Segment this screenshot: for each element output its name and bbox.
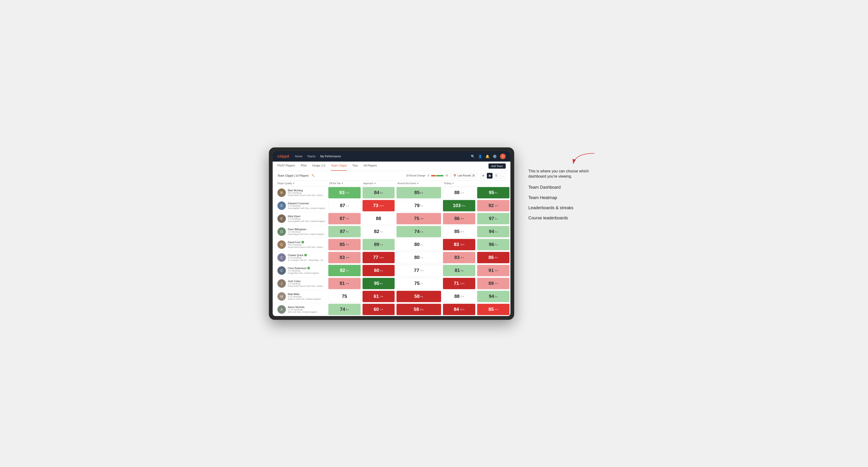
- score-cell: 103 15▲: [443, 200, 475, 211]
- add-team-button[interactable]: Add Team: [489, 163, 506, 168]
- player-avatar[interactable]: E: [277, 214, 286, 223]
- player-quality-sort[interactable]: ▼: [293, 182, 294, 184]
- verified-icon: ✓: [304, 254, 307, 256]
- nav-link-teams[interactable]: Teams: [307, 154, 315, 159]
- score-cell: 79 9▲: [397, 200, 441, 211]
- putting-sort[interactable]: ▼: [452, 182, 454, 184]
- last-rounds-label: Last Rounds: 20: [458, 174, 475, 177]
- score-cell: 95 9▲: [477, 187, 509, 198]
- player-name[interactable]: Chris Robertson: [288, 267, 306, 270]
- bell-icon[interactable]: 🔔: [486, 154, 489, 158]
- player-info: M Matt Miller 6-10 Handicap Woburn Golf …: [277, 292, 326, 301]
- col-header-off-tee: Off the Tee ▼: [328, 181, 362, 186]
- sub-nav-team-clippd[interactable]: Team Clippd: [331, 161, 347, 171]
- page-wrapper: clippd Home Teams My Performance 🔍 👤 🔔 ⚙…: [269, 148, 599, 320]
- player-info: C Chris Robertson ✓ 1-5 Handicap Craigmi…: [277, 266, 326, 275]
- sub-nav-hcaps[interactable]: Hcaps 1-5: [312, 161, 325, 171]
- search-icon[interactable]: 🔍: [471, 154, 475, 158]
- player-quality-label[interactable]: Player Quality: [277, 182, 292, 185]
- player-details: Dave Billingham 1-5 Handicap Gog Magog G…: [288, 228, 324, 236]
- nav-link-home[interactable]: Home: [295, 154, 302, 159]
- player-avatar[interactable]: E: [277, 201, 286, 210]
- player-name[interactable]: Charlie Quick: [288, 254, 303, 257]
- data-table: Player Quality ▼ Off the Tee ▼: [273, 181, 510, 316]
- player-details: Elliot Ebert 1-5 Handicap Sunningdale Go…: [288, 215, 325, 222]
- player-name[interactable]: Josh Coles: [288, 280, 301, 283]
- download-icon[interactable]: ↓: [500, 173, 506, 179]
- round-change-label: 20 Round Change: [406, 174, 425, 177]
- team-header: Team Clippd | 14 Players ✏️ 20 Round Cha…: [273, 171, 510, 181]
- player-handicap: Plus Handicap: [288, 244, 326, 246]
- score-cell: 83 -10▼: [443, 239, 475, 250]
- col-header-around-green: Around the Green ▼: [396, 181, 442, 186]
- annotation-arrow: [528, 152, 599, 166]
- score-cell: 91 -3▼: [477, 265, 509, 276]
- player-name[interactable]: David Ford: [288, 241, 301, 244]
- user-icon[interactable]: 👤: [478, 154, 482, 158]
- table-row: D Dave Billingham 1-5 Handicap Gog Magog…: [273, 225, 510, 238]
- player-avatar[interactable]: D: [277, 240, 286, 249]
- last-rounds-button[interactable]: 📅 Last Rounds: 20: [451, 173, 477, 178]
- score-cell: 60 -1▼: [363, 304, 395, 315]
- player-handicap: 1-5 Handicap: [288, 231, 324, 233]
- player-club: Sunningdale Golf Club, United Kingdom: [288, 207, 325, 210]
- table-row: A Aaron Nicholls 11-15 Handicap Drift Go…: [273, 303, 510, 316]
- calendar-icon: 📅: [453, 174, 456, 177]
- settings-icon[interactable]: ⚙️: [493, 154, 497, 158]
- player-details: David Ford ✓ Plus Handicap Royal North D…: [288, 241, 326, 248]
- approach-sort[interactable]: ▼: [374, 182, 376, 184]
- player-handicap: 1-5 Handicap: [288, 270, 319, 272]
- player-avatar[interactable]: C: [277, 266, 286, 275]
- around-green-sort[interactable]: ▼: [417, 182, 419, 184]
- sub-nav-tour[interactable]: Tour: [352, 161, 358, 171]
- score-cell: 97 5▲: [477, 213, 509, 224]
- verified-icon: ✓: [307, 267, 310, 269]
- player-avatar[interactable]: M: [277, 292, 286, 301]
- player-name[interactable]: Matt Miller: [288, 293, 300, 295]
- score-cell: 81 4▲: [443, 265, 475, 276]
- player-club: Craigmillar Park, United Kingdom: [288, 272, 319, 274]
- player-avatar[interactable]: B: [277, 188, 286, 197]
- score-cell: 61 -3▼: [363, 291, 395, 302]
- score-cell: 94 3▲: [477, 291, 509, 302]
- score-cell: 58 10▲: [397, 304, 441, 315]
- player-details: Aaron Nicholls 11-15 Handicap Drift Golf…: [288, 306, 317, 313]
- player-details: Edward Crossman 1-5 Handicap Sunningdale…: [288, 202, 325, 210]
- player-name[interactable]: Blair McHarg: [288, 189, 303, 192]
- player-club: Gog Magog Golf Club, United Kingdom: [288, 233, 324, 236]
- view-icons: ⊞ ▦ ☰ ↓: [480, 173, 506, 179]
- edit-icon[interactable]: ✏️: [312, 174, 315, 177]
- sub-nav-pga[interactable]: PGA: [301, 161, 307, 171]
- arrow-svg: [571, 152, 599, 166]
- player-name[interactable]: Edward Crossman: [288, 202, 309, 205]
- nav-links: Home Teams My Performance: [295, 154, 465, 159]
- score-cell: 92 -3▼: [477, 200, 509, 211]
- user-avatar[interactable]: U: [500, 154, 506, 159]
- player-name[interactable]: Elliot Ebert: [288, 215, 300, 218]
- score-cell: 80 1▲: [397, 252, 441, 263]
- list-view-icon[interactable]: ☰: [493, 173, 499, 179]
- table-row: C Charlie Quick ✓ 6-10 Handicap St. Geor…: [273, 251, 510, 264]
- player-avatar[interactable]: J: [277, 279, 286, 288]
- player-avatar[interactable]: C: [277, 253, 286, 262]
- heatmap-view-icon[interactable]: ▦: [487, 173, 493, 179]
- score-cell: 88 -1▼: [443, 187, 475, 198]
- table-row: B Blair McHarg Plus Handicap Royal North…: [273, 186, 510, 199]
- player-avatar[interactable]: A: [277, 305, 286, 314]
- player-details: Charlie Quick ✓ 6-10 Handicap St. George…: [288, 254, 326, 261]
- round-change-info: 20 Round Change -5 +5: [406, 174, 448, 177]
- player-club: St. George's Hill GC - Weybridge - Surre…: [288, 259, 326, 261]
- score-cell: 60 2▲: [363, 265, 395, 276]
- player-name[interactable]: Aaron Nicholls: [288, 306, 305, 309]
- nav-link-my-performance[interactable]: My Performance: [320, 154, 341, 159]
- score-cell: 85 -3▼: [328, 239, 361, 250]
- annotation-item-1: Team Dashboard: [528, 185, 599, 190]
- off-tee-sort[interactable]: ▼: [342, 182, 343, 184]
- sub-nav-all-players[interactable]: All Players: [364, 161, 377, 171]
- grid-view-icon[interactable]: ⊞: [480, 173, 486, 179]
- sub-nav-pgat[interactable]: PGAT Players: [277, 161, 295, 171]
- player-name[interactable]: Dave Billingham: [288, 228, 306, 231]
- data-table-wrapper: Player Quality ▼ Off the Tee ▼: [273, 181, 510, 316]
- annotation-intro: This is where you can choose which dashb…: [528, 168, 599, 179]
- player-avatar[interactable]: D: [277, 227, 286, 236]
